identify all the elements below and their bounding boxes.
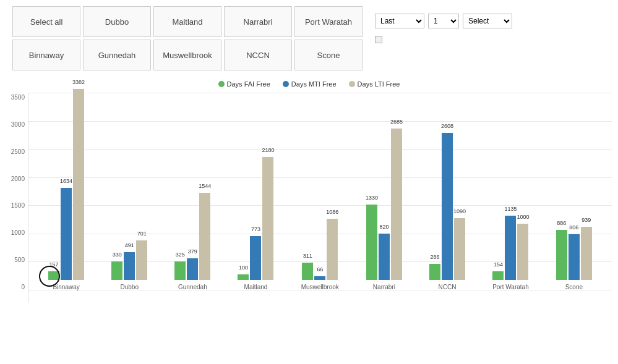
bar-value-label: 379	[188, 248, 197, 255]
location-cell-dubbo[interactable]: Dubbo	[83, 6, 151, 37]
bar-value-label: 1086	[326, 209, 338, 215]
bar-group-bars: 311661086	[302, 219, 338, 280]
bar: 66	[314, 276, 325, 280]
y-axis-label: 1500	[11, 202, 25, 209]
y-axis-label: 1000	[11, 229, 25, 236]
bar-rect	[442, 133, 453, 280]
bar-rect	[492, 271, 504, 280]
unit-select[interactable]: Select	[463, 14, 512, 28]
bar-rect	[366, 205, 377, 280]
legend-item: Days MTI Free	[283, 80, 337, 88]
bar-rect	[314, 276, 325, 280]
group-name-label: Muswellbrook	[301, 284, 339, 290]
bar-rect	[238, 274, 249, 280]
y-axis-label: 500	[14, 256, 25, 263]
bar-value-label: 311	[303, 253, 312, 259]
bar-value-label: 491	[125, 242, 134, 248]
period-select[interactable]: Last	[375, 14, 424, 28]
legend-item: Days FAI Free	[218, 80, 270, 88]
group-name-label: NCCN	[439, 284, 457, 290]
num-select[interactable]: 1	[428, 14, 459, 28]
bar-rect	[569, 234, 580, 280]
location-cell-select-all[interactable]: Select all	[12, 6, 80, 37]
bar: 3382	[73, 89, 84, 280]
bar: 379	[187, 258, 198, 280]
bar-rect	[505, 216, 516, 280]
bar: 286	[429, 264, 440, 280]
legend-dot	[283, 81, 289, 87]
bar: 330	[111, 261, 122, 280]
group-name-label: Dubbo	[120, 284, 138, 290]
bar-value-label: 1090	[453, 208, 466, 214]
location-cell-narrabri[interactable]: Narrabri	[224, 6, 292, 37]
bar: 939	[581, 227, 592, 280]
location-cell-gunnedah[interactable]: Gunnedah	[83, 40, 151, 70]
filter-panel: Last 1 Select	[375, 6, 512, 70]
bar-value-label: 773	[251, 226, 260, 232]
bar: 1135	[505, 216, 516, 280]
bar-rect	[136, 240, 147, 280]
bar-group-bars: 886806939	[556, 227, 592, 280]
bar-value-label: 820	[379, 224, 388, 230]
bar-group-dubbo: 330491701Dubbo	[111, 240, 147, 290]
bar-rect	[199, 193, 210, 280]
filter-row: Last 1 Select	[375, 14, 512, 28]
bar-group-bars: 3253791544	[174, 193, 210, 280]
bar-group-scone: 886806939Scone	[556, 227, 592, 290]
legend-label: Days FAI Free	[227, 80, 270, 88]
bar-rect	[174, 261, 186, 280]
bar-group-bars: 1007732180	[238, 157, 273, 280]
filter-checkbox	[375, 36, 382, 43]
bar: 1544	[199, 193, 210, 280]
location-cell-muswellbrook[interactable]: Muswellbrook	[153, 40, 221, 70]
bar-value-label: 157	[49, 261, 59, 268]
group-name-label: Gunnedah	[178, 284, 207, 290]
bars-container: 15716343382Binnaway330491701Dubbo3253791…	[28, 93, 612, 290]
y-axis-label: 3000	[11, 121, 25, 128]
bar-rect	[581, 227, 592, 280]
location-cell-nccn[interactable]: NCCN	[224, 40, 292, 70]
location-cell-maitland[interactable]: Maitland	[153, 6, 221, 37]
bar-group-bars: 13308202685	[366, 129, 402, 280]
legend-label: Days LTI Free	[358, 80, 400, 88]
bar-rect	[124, 252, 135, 280]
bar-rect	[391, 129, 402, 280]
location-grid: Select allDubboMaitlandNarrabriPort Wara…	[12, 6, 363, 70]
bar: 157	[48, 271, 59, 280]
bar-rect	[379, 234, 390, 280]
bar-rect	[556, 230, 567, 280]
location-cell-binnaway[interactable]: Binnaway	[12, 40, 80, 70]
bar-value-label: 886	[557, 220, 566, 226]
bar-value-label: 100	[239, 265, 248, 271]
y-axis-label: 3500	[11, 94, 25, 101]
bar-rect	[327, 219, 338, 280]
bar: 325	[174, 261, 186, 280]
y-axis: 3500300025002000150010005000	[6, 93, 28, 303]
bar-value-label: 66	[317, 266, 323, 273]
bar-group-maitland: 1007732180Maitland	[238, 157, 273, 290]
bar-group-bars: 330491701	[111, 240, 147, 280]
legend-dot	[349, 81, 355, 87]
location-cell-scone[interactable]: Scone	[294, 40, 363, 70]
bar: 1086	[327, 219, 338, 280]
bar: 820	[379, 234, 390, 280]
bar-value-label: 1135	[504, 206, 517, 212]
chart-legend: Days FAI FreeDays MTI FreeDays LTI Free	[6, 80, 612, 88]
y-axis-label: 0	[21, 284, 25, 290]
bar-rect	[111, 261, 122, 280]
bar: 100	[238, 274, 249, 280]
bar: 701	[136, 240, 147, 280]
bar: 806	[569, 234, 580, 280]
bar-value-label: 1000	[517, 214, 529, 220]
bar-value-label: 701	[137, 231, 147, 237]
bar-value-label: 1634	[60, 178, 72, 184]
bar-group-bars: 28626081090	[429, 133, 465, 280]
bar-value-label: 2180	[262, 147, 274, 153]
bar: 2685	[391, 129, 402, 280]
bar-value-label: 286	[431, 254, 440, 260]
legend-item: Days LTI Free	[349, 80, 400, 88]
bar-rect	[48, 271, 59, 280]
bar-value-label: 2685	[390, 119, 403, 125]
location-cell-port-waratah[interactable]: Port Waratah	[294, 6, 363, 37]
y-axis-label: 2500	[11, 148, 25, 155]
